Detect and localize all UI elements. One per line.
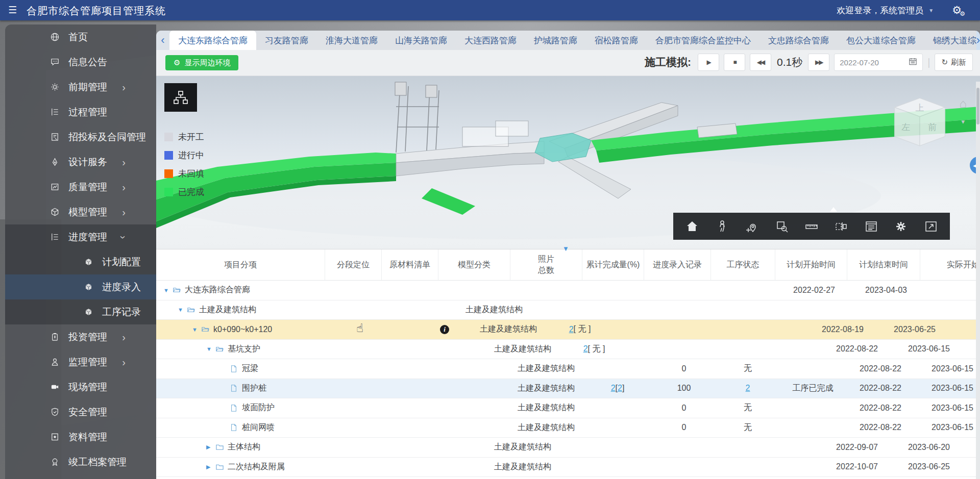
settings-gear-icon[interactable] bbox=[891, 216, 911, 237]
file-icon bbox=[230, 404, 242, 412]
hierarchy-icon bbox=[173, 90, 188, 105]
list-icon bbox=[49, 232, 60, 242]
sidebar-item-plan-config[interactable]: 计划配置 bbox=[5, 249, 156, 274]
tab-dalian-east[interactable]: 大连东路综合管廊 bbox=[169, 31, 256, 50]
properties-list-icon[interactable] bbox=[861, 216, 881, 237]
table-row[interactable]: ▼基坑支护 土建及建筑结构 2 [ 无 ] 2022-08-22 2023-06… bbox=[156, 340, 980, 360]
expander-down-icon[interactable]: ▼ bbox=[163, 287, 173, 293]
table-row-selected[interactable]: ▼k0+090~k0+120 i 土建及建筑结构 2 [ 无 ] 2022-08… bbox=[156, 320, 980, 340]
photo-count-link[interactable]: 2 bbox=[618, 384, 622, 393]
navigation-cube[interactable]: 上 左 前 bbox=[893, 96, 946, 147]
info-icon[interactable]: i bbox=[440, 325, 449, 334]
photo-count-link[interactable]: 2 bbox=[583, 344, 588, 354]
expander-right-icon[interactable]: ▶ bbox=[206, 464, 215, 470]
table-row[interactable]: 坡面防护 土建及建筑结构 0 无 2022-08-22 2023-06-15 bbox=[156, 398, 980, 418]
locate-pin-icon[interactable] bbox=[742, 216, 762, 237]
pen-nib-icon bbox=[49, 157, 60, 167]
view-caret-icon[interactable]: ▾ bbox=[961, 118, 965, 125]
refresh-button[interactable]: ↻刷新 bbox=[935, 54, 973, 71]
fullscreen-icon[interactable] bbox=[921, 216, 941, 237]
user-dropdown-caret-icon[interactable]: ▼ bbox=[928, 8, 934, 13]
sidebar-item-info-notice[interactable]: 信息公告 bbox=[5, 49, 156, 74]
rewind-button[interactable]: ◀◀ bbox=[750, 54, 771, 71]
tab-scroll-left-icon[interactable]: ‹ bbox=[156, 31, 169, 50]
tab-dalian-west[interactable]: 大连西路管廊 bbox=[456, 31, 525, 50]
expander-down-icon[interactable]: ▼ bbox=[178, 307, 187, 313]
table-row-highlighted[interactable]: 围护桩 土建及建筑结构 2 [ 2 ] 100 2 工序已完成 2022-08-… bbox=[156, 379, 980, 399]
table-row[interactable]: ▶二次结构及附属 土建及建筑结构 2022-10-07 2023-06-25 bbox=[156, 458, 980, 477]
home-view-icon[interactable] bbox=[682, 216, 702, 237]
sidebar-item-bidding-contract[interactable]: 招投标及合同管理 › bbox=[5, 124, 156, 149]
col-header: 工序状态 bbox=[711, 249, 775, 280]
sidebar-item-home[interactable]: 首页 bbox=[5, 24, 156, 49]
expander-right-icon[interactable]: ▶ bbox=[206, 444, 215, 450]
col-header: 项目分项 bbox=[156, 249, 325, 280]
sidebar-item-process-record[interactable]: 工序记录 bbox=[5, 299, 156, 324]
sidebar-item-model[interactable]: 模型管理 › bbox=[5, 199, 156, 224]
tab-jinxiu-avenue[interactable]: 锦绣大道综合管廊 bbox=[924, 31, 980, 50]
section-box-icon[interactable] bbox=[831, 216, 851, 237]
settings-gears-icon[interactable]: ⚙⚙ bbox=[952, 4, 962, 16]
tab-scroll-right-icon[interactable]: › bbox=[976, 31, 980, 50]
play-button[interactable]: ▶ bbox=[698, 54, 719, 71]
model-viewer-3d[interactable]: 未开工 进行中 未回填 已完成 上 左 前 ⌂ ▾ bbox=[156, 76, 980, 249]
fast-forward-button[interactable]: ▶▶ bbox=[808, 54, 829, 71]
photo-count-link[interactable]: 2 bbox=[569, 325, 574, 334]
date-picker[interactable]: 2022-07-20 bbox=[834, 54, 923, 71]
sidebar-item-process[interactable]: 过程管理 bbox=[5, 99, 156, 124]
zoom-select-icon[interactable] bbox=[772, 216, 792, 237]
table-row[interactable]: 桩间网喷 土建及建筑结构 0 无 2022-08-22 2023-06-15 bbox=[156, 418, 980, 438]
sidebar-item-investment[interactable]: 投资管理 › bbox=[5, 324, 156, 349]
tab-wenzhong-road[interactable]: 文忠路综合管廊 bbox=[760, 31, 838, 50]
legend-swatch bbox=[164, 169, 173, 178]
model-tree-button[interactable] bbox=[164, 83, 197, 112]
status-legend: 未开工 进行中 未回填 已完成 bbox=[164, 131, 204, 198]
tab-baogong-avenue[interactable]: 包公大道综合管廊 bbox=[838, 31, 924, 50]
vertical-scrollbar[interactable] bbox=[976, 82, 980, 479]
tab-susong-road[interactable]: 宿松路管廊 bbox=[586, 31, 647, 50]
expander-down-icon[interactable]: ▼ bbox=[192, 326, 201, 333]
sidebar-item-supervision[interactable]: 监理管理 › bbox=[5, 349, 156, 374]
sidebar-item-quality[interactable]: 质量管理 › bbox=[5, 174, 156, 199]
stop-button[interactable]: ■ bbox=[724, 54, 745, 71]
walk-mode-icon[interactable] bbox=[712, 216, 732, 237]
gear-icon bbox=[49, 82, 60, 92]
record-count-link[interactable]: 2 bbox=[746, 384, 750, 393]
medal-icon bbox=[49, 457, 60, 467]
scrollbar-thumb[interactable] bbox=[976, 88, 979, 124]
measure-ruler-icon[interactable] bbox=[801, 216, 822, 237]
show-environment-button[interactable]: ⚙显示周边环境 bbox=[165, 55, 238, 70]
table-row[interactable]: 冠梁 土建及建筑结构 0 无 2022-08-22 2023-06-15 bbox=[156, 359, 980, 379]
sidebar-item-documents[interactable]: 资料管理 bbox=[5, 424, 156, 449]
tab-hucheng-road[interactable]: 护城路管廊 bbox=[525, 31, 586, 50]
legend-item: 未回填 bbox=[164, 168, 204, 180]
menu-toggle-icon[interactable]: ☰ bbox=[8, 4, 17, 16]
sidebar-item-completion-archive[interactable]: 竣工档案管理 bbox=[5, 449, 156, 474]
contract-doc-icon bbox=[49, 132, 60, 142]
sidebar-item-site[interactable]: 现场管理 bbox=[5, 374, 156, 399]
expander-down-icon[interactable]: ▼ bbox=[206, 346, 215, 352]
sidebar-item-progress-entry[interactable]: 进度录入 bbox=[5, 274, 156, 299]
table-row[interactable]: ▼土建及建筑结构 土建及建筑结构 bbox=[156, 300, 980, 320]
tab-shanhaiguan-road[interactable]: 山海关路管廊 bbox=[386, 31, 456, 50]
folder-open-icon bbox=[187, 306, 199, 314]
sidebar-item-progress[interactable]: 进度管理 › bbox=[5, 224, 156, 249]
folder-open-icon bbox=[215, 345, 228, 354]
legend-item: 未开工 bbox=[164, 131, 204, 143]
sidebar-item-label: 信息公告 bbox=[68, 56, 107, 69]
tab-huaihai-avenue[interactable]: 淮海大道管廊 bbox=[317, 31, 386, 50]
photo-count-link[interactable]: 2 bbox=[611, 384, 616, 393]
tab-monitor-center[interactable]: 合肥市管廊综合监控中心 bbox=[647, 31, 760, 50]
sidebar-item-pre-phase[interactable]: 前期管理 › bbox=[5, 74, 156, 99]
table-collapse-caret[interactable]: ▼ bbox=[562, 245, 569, 253]
col-header: 计划结束时间 bbox=[847, 249, 920, 280]
sidebar-item-design-service[interactable]: 设计服务 › bbox=[5, 149, 156, 174]
table-row[interactable]: ▼大连东路综合管廊 2022-02-27 2023-04-03 bbox=[156, 281, 980, 300]
sidebar-item-safety[interactable]: 安全管理 bbox=[5, 399, 156, 424]
quality-badge-icon bbox=[49, 182, 60, 192]
legend-swatch bbox=[164, 188, 173, 196]
doc-star-icon bbox=[49, 432, 60, 442]
view-home-icon[interactable]: ⌂ bbox=[960, 96, 967, 111]
table-row[interactable]: ▶主体结构 土建及建筑结构 2022-09-07 2023-06-20 bbox=[156, 438, 980, 458]
tab-xiyou-road[interactable]: 习友路管廊 bbox=[256, 31, 317, 50]
